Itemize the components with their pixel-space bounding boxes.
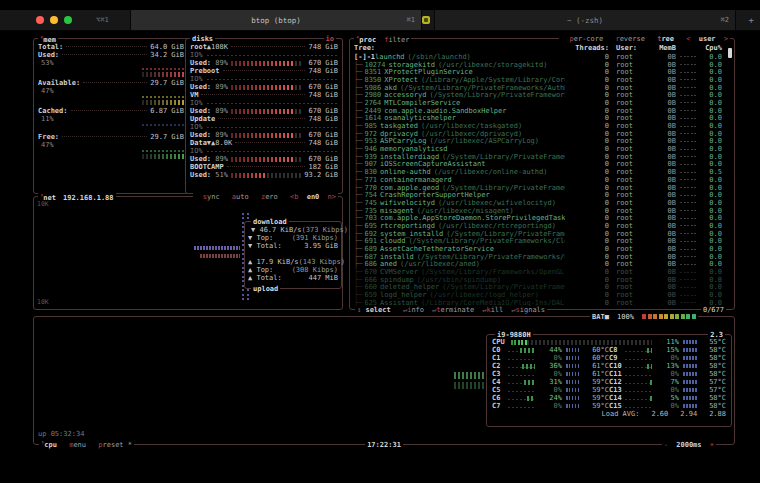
core-usage-graph xyxy=(625,387,652,393)
process-row[interactable]: ├─ 2449com.apple.audio.SandboxHelper0roo… xyxy=(354,107,731,115)
process-row[interactable]: ├─ 8350XProtect(/Library/Apple/System/Li… xyxy=(354,76,731,84)
process-row[interactable]: ├─ 771containermanagerd0root0B0.0 xyxy=(354,176,731,184)
proc-action-info[interactable]: ↵info xyxy=(403,306,424,314)
process-row[interactable]: ├─ 939installerdiagd(/System/Library/Pri… xyxy=(354,153,731,161)
process-row[interactable]: ├─ 670CVMServer(/System/Library/Framewor… xyxy=(354,268,731,276)
core-cell: C624%59°C xyxy=(492,394,609,402)
proc-col-mem[interactable]: MemB xyxy=(650,44,676,52)
disks-panel-title[interactable]: disks xyxy=(190,35,215,43)
disk-io-label: IO% xyxy=(190,99,203,107)
core-percent: 0% xyxy=(538,402,562,410)
upload-title: upload xyxy=(251,285,280,293)
net-iface-next-button[interactable]: n> xyxy=(328,193,336,201)
process-row[interactable]: ├─ 953ASPCarryLog(/usr/libexec/ASPCarryL… xyxy=(354,138,731,146)
disks-panel: disks io root ▲108K748 GiBIO%Used: 89%67… xyxy=(185,38,343,194)
cpu-panel-toggle[interactable]: ¹cpu xyxy=(41,441,57,449)
proc-panel-title[interactable]: ⁴procfilter xyxy=(354,35,411,44)
process-row[interactable]: ├─ 695rtcreportingd(/usr/libexec/rtcrepo… xyxy=(354,222,731,230)
core-usage-graph xyxy=(625,403,652,409)
proc-col-tree[interactable]: Tree: xyxy=(354,44,565,52)
process-row[interactable]: ├─ 907iOSScreenCaptureAssistant0root0B0.… xyxy=(354,161,731,169)
proc-col-cpu[interactable]: Cpu% xyxy=(696,44,731,52)
process-mem-graph xyxy=(680,179,696,180)
process-row[interactable]: ├─ 8351XProtectPluginService0root0B0.0 xyxy=(354,68,731,76)
tab-activity-indicator xyxy=(422,16,430,24)
close-window-button[interactable] xyxy=(36,16,44,24)
proc-tree-toggle[interactable]: tree xyxy=(657,35,674,43)
proc-sort-next-button[interactable]: > xyxy=(724,35,728,43)
core-percent: 0% xyxy=(538,370,562,378)
leader-line xyxy=(201,94,305,95)
disk-io-row: IO% xyxy=(190,51,338,59)
battery-percent: 100% xyxy=(617,313,634,321)
new-tab-button[interactable]: + xyxy=(749,10,754,30)
net-auto-button[interactable]: auto xyxy=(232,193,249,201)
disk-io-row: IO% xyxy=(190,75,338,83)
net-iface-prev-button[interactable]: <b xyxy=(290,193,298,201)
proc-reverse-toggle[interactable]: reverse xyxy=(615,35,645,43)
core-label: C13 xyxy=(609,386,625,394)
core-usage-graph xyxy=(625,355,652,361)
core-temp-graph xyxy=(683,396,698,400)
minimize-window-button[interactable] xyxy=(50,16,58,24)
preset-button[interactable]: preset * xyxy=(98,441,132,449)
core-temp-graph xyxy=(566,372,581,376)
proc-col-threads[interactable]: Threads: xyxy=(565,44,609,52)
process-row[interactable]: ├─ 666spindump(/usr/sbin/spindump)0root0… xyxy=(354,276,731,284)
process-mem-graph xyxy=(680,164,696,165)
process-row[interactable]: ├─ 2764MTLCompilerService0root0B0.0 xyxy=(354,99,731,107)
process-row[interactable]: ├─ 985taskgated(/usr/libexec/taskgated)0… xyxy=(354,122,731,130)
process-row[interactable]: ├─ 745wifivelocityd(/usr/libexec/wifivel… xyxy=(354,199,731,207)
proc-select-button[interactable]: select xyxy=(365,306,390,314)
process-row[interactable]: ├─ 1614osanalyticshelper0root0B0.0 xyxy=(354,115,731,123)
process-row[interactable]: ├─ 687installd(/System/Library/PrivateFr… xyxy=(354,253,731,261)
tab-btop[interactable]: btop (btop) ⌘1 xyxy=(130,10,422,30)
net-panel-title[interactable]: ³net192.168.1.88 xyxy=(38,193,116,202)
process-row[interactable]: ├─ 770com.apple.geod(/System/Library/Pri… xyxy=(354,184,731,192)
process-row[interactable]: ├─ 660deleted_helper(/System/Library/Pri… xyxy=(354,284,731,292)
core-percent: 15% xyxy=(655,346,679,354)
process-row[interactable]: ├─ 703com.apple.AppStoreDaemon.StorePriv… xyxy=(354,214,731,222)
process-row[interactable]: ├─ 5986akd(/System/Library/PrivateFramew… xyxy=(354,84,731,92)
core-usage-graph xyxy=(625,347,652,353)
process-row[interactable]: ├─ 754CrashReporterSupportHelper0root0B0… xyxy=(354,191,731,199)
zoom-window-button[interactable] xyxy=(64,16,72,24)
core-temp-graph xyxy=(566,404,581,408)
core-percent: 5% xyxy=(655,394,679,402)
process-row[interactable]: ├─ 830online-authd(/usr/libexec/online-a… xyxy=(354,168,731,176)
net-sync-button[interactable]: sync xyxy=(203,193,220,201)
proc-filter-button[interactable]: filter xyxy=(384,36,409,44)
process-row[interactable]: [-]-1 launchd(/sbin/launchd)0root0B0.0 xyxy=(354,53,731,61)
proc-action-signals[interactable]: ↵signals xyxy=(511,306,545,314)
disk-io-row: IO% xyxy=(190,123,338,131)
net-io-box: download ​▼ 46.7 KiB/s(373 Kibps) ▼ Top:… xyxy=(244,221,342,289)
tab-zsh[interactable]: ~ (-zsh) ⌘2 xyxy=(434,10,736,30)
process-row[interactable]: ├─ 691cloudd(/System/Library/PrivateFram… xyxy=(354,238,731,246)
cpu-total-fill xyxy=(511,340,527,345)
process-row[interactable]: ├─ 689AssetCacheTetheratorService0root0B… xyxy=(354,245,731,253)
process-row[interactable]: ├─ 972dprivacyd(/usr/libexec/dprivacyd)0… xyxy=(354,130,731,138)
mem-stat-row: Available:29.7 GiB xyxy=(38,79,184,87)
process-row[interactable]: ├─ 10274storagekitd(/usr/libexec/storage… xyxy=(354,61,731,69)
refresh-increase-button[interactable]: + xyxy=(710,441,714,449)
process-row[interactable]: ├─ 659logd_helper(/usr/libexec/logd_help… xyxy=(354,291,731,299)
disk-used-fill xyxy=(231,109,293,114)
proc-sort-prev-button[interactable]: < xyxy=(686,35,690,43)
net-zero-button[interactable]: zero xyxy=(261,193,278,201)
tab-shortcut: ⌘1 xyxy=(407,16,415,24)
menu-button[interactable]: menu xyxy=(69,441,86,449)
disk-name-row: root ▲108K748 GiB xyxy=(190,43,338,51)
mem-stat-label: Total: xyxy=(38,43,63,51)
process-row[interactable]: ├─ 735misagent(/usr/libexec/misagent)0ro… xyxy=(354,207,731,215)
process-row[interactable]: ├─ 2980accessoryd(/System/Library/Privat… xyxy=(354,91,731,99)
process-row[interactable]: ├─ 686aned(/usr/libexec/aned)0root0B0.0 xyxy=(354,261,731,269)
refresh-decrease-button[interactable]: - xyxy=(664,441,668,449)
proc-percore-toggle[interactable]: per-core xyxy=(569,35,603,43)
disks-io-toggle[interactable]: io xyxy=(324,35,336,43)
process-row[interactable]: ├─ 946memoryanalyticsd0root0B0.0 xyxy=(354,145,731,153)
proc-action-kill[interactable]: ↵kill xyxy=(482,306,503,314)
disk-name: Preboot xyxy=(190,67,220,75)
proc-col-user[interactable]: User: xyxy=(609,44,650,52)
proc-action-terminate[interactable]: ↵terminate xyxy=(432,306,474,314)
process-row[interactable]: ├─ 692system_installd(/System/Library/Pr… xyxy=(354,230,731,238)
